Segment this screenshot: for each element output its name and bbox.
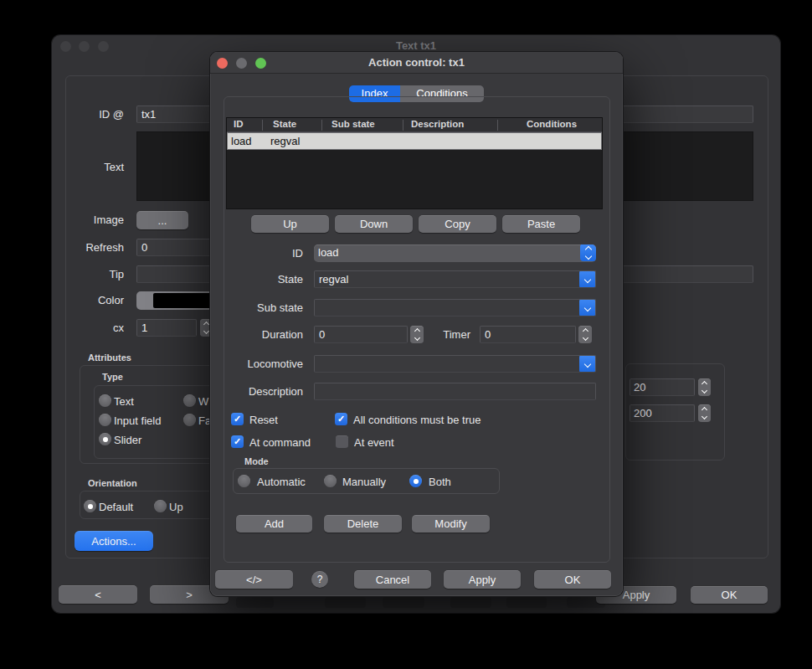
radio-type-input-field-label: Input field: [114, 414, 161, 427]
reset-checkbox[interactable]: ✓: [231, 413, 244, 425]
radio-orientation-default-label: Default: [99, 501, 133, 513]
substate-combo[interactable]: [314, 299, 596, 316]
chevron-down-icon: [579, 355, 596, 373]
radio-type-slider-label: Slider: [114, 434, 141, 446]
prev-button[interactable]: <: [59, 585, 137, 604]
radio-type-text-label: Text: [114, 395, 134, 408]
radio-mode-both-label: Both: [429, 476, 451, 488]
actions-table[interactable]: ID State Sub state Description Condition…: [226, 117, 603, 209]
locomotive-combo[interactable]: [314, 355, 596, 373]
copy-button[interactable]: Copy: [419, 215, 496, 233]
radio-orientation-up-label: Up: [169, 501, 183, 513]
col-sub-state: Sub state: [331, 119, 375, 129]
radio-type-w[interactable]: [183, 394, 196, 407]
delete-button[interactable]: Delete: [324, 515, 402, 533]
chevron-up-icon: [582, 328, 588, 334]
radio-type-text[interactable]: [99, 394, 111, 407]
down-button[interactable]: Down: [335, 215, 413, 233]
popup-chevrons-icon: [580, 244, 596, 261]
right-field-2-stepper[interactable]: [698, 404, 711, 422]
image-browse-button[interactable]: ...: [136, 211, 188, 229]
radio-type-slider[interactable]: [99, 433, 111, 445]
id-popup[interactable]: load: [314, 244, 596, 262]
chevron-down-icon: [702, 388, 707, 394]
form-locomotive-label: Locomotive: [210, 358, 303, 370]
chevron-up-icon: [203, 322, 209, 327]
cx-label: cx: [52, 322, 124, 334]
orientation-label: Orientation: [88, 478, 137, 488]
state-combo[interactable]: regval: [314, 270, 596, 288]
at-event-checkbox[interactable]: [336, 435, 348, 448]
dialog-title: Action control: tx1: [210, 56, 623, 69]
reset-label: Reset: [249, 414, 278, 426]
chevron-up-icon: [414, 328, 419, 334]
mode-label: Mode: [244, 456, 269, 466]
partial-button[interactable]: [325, 597, 366, 608]
tip-label: Tip: [52, 268, 124, 280]
all-conditions-checkbox[interactable]: ✓: [335, 413, 347, 425]
cancel-button[interactable]: Cancel: [354, 570, 431, 589]
refresh-label: Refresh: [52, 241, 124, 254]
add-button[interactable]: Add: [236, 515, 312, 533]
window-ok-button[interactable]: OK: [691, 586, 768, 604]
form-description-label: Description: [210, 385, 303, 398]
radio-type-fa[interactable]: [183, 414, 196, 426]
col-id: ID: [234, 119, 244, 129]
description-field[interactable]: [314, 383, 596, 400]
window-title: Text tx1: [52, 39, 780, 52]
cx-field[interactable]: 1: [136, 319, 197, 337]
partial-button[interactable]: [236, 597, 274, 608]
attributes-label: Attributes: [88, 353, 131, 363]
radio-orientation-default[interactable]: [84, 500, 96, 512]
type-label: Type: [102, 372, 123, 382]
radio-type-w-label: W: [198, 395, 208, 408]
form-id-label: ID: [210, 247, 303, 260]
duration-field[interactable]: 0: [314, 326, 408, 343]
radio-type-input-field[interactable]: [99, 414, 111, 426]
radio-mode-automatic-label: Automatic: [257, 476, 306, 488]
radio-mode-both[interactable]: [409, 475, 422, 487]
right-field-2[interactable]: 200: [630, 404, 695, 422]
duration-stepper[interactable]: [410, 326, 424, 343]
check-icon: ✓: [231, 413, 244, 425]
form-duration-label: Duration: [210, 328, 303, 341]
code-button[interactable]: </>: [215, 570, 293, 589]
partial-button[interactable]: [506, 597, 547, 608]
paste-button[interactable]: Paste: [502, 215, 580, 233]
form-state-label: State: [210, 273, 303, 286]
text-label: Text: [52, 161, 124, 173]
action-control-dialog: Action control: tx1 Index Conditions ID …: [210, 52, 623, 596]
ok-button[interactable]: OK: [534, 570, 611, 589]
col-state: State: [273, 119, 296, 129]
at-command-checkbox[interactable]: ✓: [231, 435, 244, 448]
at-event-label: At event: [354, 436, 394, 449]
table-row[interactable]: load regval: [227, 132, 602, 150]
timer-stepper[interactable]: [578, 326, 592, 343]
right-field-1-stepper[interactable]: [698, 378, 711, 396]
partial-button[interactable]: [383, 597, 424, 608]
chevron-up-icon: [702, 381, 707, 387]
modify-button[interactable]: Modify: [412, 515, 490, 533]
chevron-down-icon: [414, 335, 419, 341]
radio-mode-automatic[interactable]: [238, 475, 250, 487]
row-id: load: [231, 133, 252, 149]
apply-button[interactable]: Apply: [444, 570, 521, 589]
up-button[interactable]: Up: [251, 215, 329, 233]
image-label: Image: [52, 214, 124, 226]
col-description: Description: [411, 119, 464, 129]
radio-orientation-up[interactable]: [154, 500, 167, 512]
chevron-down-icon: [579, 299, 596, 316]
chevron-down-icon: [582, 335, 588, 341]
col-conditions: Conditions: [527, 119, 577, 129]
radio-mode-manually[interactable]: [324, 475, 337, 487]
help-button[interactable]: ?: [311, 571, 328, 588]
actions-button[interactable]: Actions...: [75, 531, 153, 551]
color-label: Color: [52, 294, 124, 306]
timer-field[interactable]: 0: [480, 326, 576, 343]
radio-type-fa-label: Fa: [198, 414, 211, 427]
chevron-up-icon: [702, 407, 707, 413]
table-header: ID State Sub state Description Condition…: [227, 118, 602, 132]
chevron-down-icon: [702, 414, 707, 419]
partial-button[interactable]: [450, 597, 491, 608]
right-field-1[interactable]: 20: [630, 378, 695, 396]
